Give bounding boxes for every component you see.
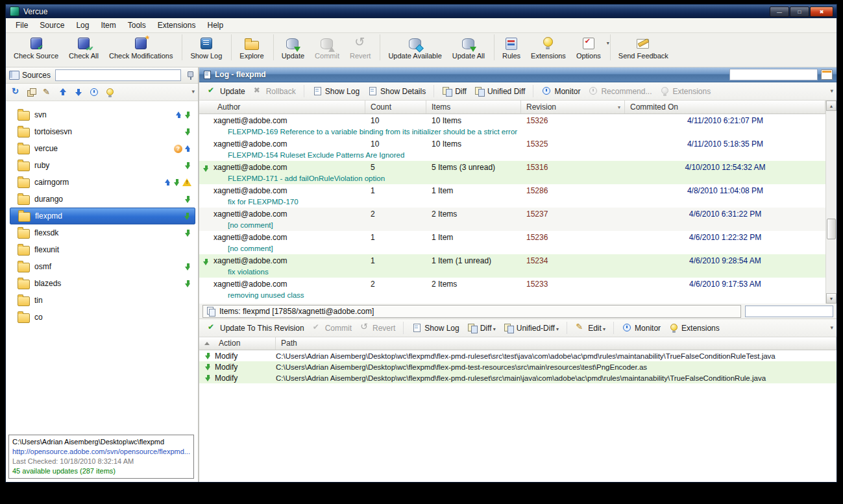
tree-item[interactable]: co — [10, 309, 195, 326]
log-show-log-button[interactable]: Show Log — [308, 85, 363, 97]
folder-icon — [18, 162, 30, 171]
log-show-details-button[interactable]: Show Details — [363, 85, 434, 97]
menu-tools[interactable]: Tools — [122, 19, 152, 32]
item-row[interactable]: Modify C:\Users\Adrian Aisemberg\Desktop… — [199, 372, 837, 383]
minimize-button[interactable]: — — [770, 6, 789, 17]
check-modifications-button[interactable]: Check Modifications — [104, 34, 182, 60]
log-row[interactable]: xagnetti@adobe.com 1 1 Item (1 unread) 1… — [199, 254, 825, 278]
edit-icon[interactable] — [42, 88, 53, 97]
copy-layers-icon[interactable] — [27, 88, 37, 97]
column-header-count[interactable]: Count — [365, 101, 426, 114]
log-recommend-button[interactable]: Recommend... — [584, 85, 655, 97]
column-header-committed-on[interactable]: Commited On — [625, 101, 825, 114]
menu-log[interactable]: Log — [70, 19, 95, 32]
sources-toolbar-chevron-icon[interactable]: ▾ — [191, 88, 195, 95]
update-button[interactable]: Update — [276, 34, 310, 60]
items-monitor-button[interactable]: Monitor — [618, 322, 665, 334]
show-log-button[interactable]: Show Log — [185, 34, 232, 60]
tree-item[interactable]: vercue ? — [10, 140, 195, 157]
tree-item[interactable]: ruby — [10, 157, 195, 174]
log-view-icon[interactable] — [821, 69, 833, 80]
update-to-this-revision-button[interactable]: Update To This Revision — [203, 322, 308, 334]
extensions-bulb-icon[interactable] — [104, 88, 115, 97]
items-edit-button[interactable]: Edit — [571, 322, 614, 334]
menu-source[interactable]: Source — [34, 19, 70, 32]
item-row[interactable]: Modify C:\Users\Adrian Aisemberg\Desktop… — [199, 350, 837, 361]
items-show-log-button[interactable]: Show Log — [408, 322, 463, 334]
explore-button[interactable]: Explore — [234, 34, 273, 60]
log-toolbar-chevron-icon[interactable]: ▾ — [830, 88, 833, 94]
update-available-button[interactable]: Update Available — [383, 34, 446, 60]
tree-item[interactable]: flexunit — [10, 241, 195, 258]
scroll-up-button[interactable]: ▲ — [826, 101, 837, 111]
pin-icon[interactable] — [186, 71, 195, 80]
log-search-input[interactable] — [729, 69, 818, 80]
item-path: C:\Users\Adrian Aisemberg\Desktop\wc\fle… — [276, 363, 837, 371]
log-row[interactable]: xagnetti@adobe.com 1 1 Item 15286 4/8/20… — [199, 184, 825, 208]
log-row[interactable]: xagnetti@adobe.com 2 2 Items 15233 4/6/2… — [199, 278, 825, 301]
item-path: C:\Users\Adrian Aisemberg\Desktop\wc\fle… — [276, 352, 837, 360]
log-row[interactable]: xagnetti@adobe.com 1 1 Item 15236 4/6/20… — [199, 231, 825, 254]
move-down-icon[interactable] — [73, 88, 84, 97]
tree-item[interactable]: tin — [10, 292, 195, 309]
log-rollback-button[interactable]: Rollback — [249, 85, 304, 97]
close-button[interactable]: ✖ — [810, 6, 833, 17]
log-row[interactable]: xagnetti@adobe.com 10 10 Items 15325 4/1… — [199, 138, 825, 161]
column-header-path[interactable]: Path — [276, 337, 837, 350]
log-scrollbar[interactable]: ▲ ▼ — [825, 101, 837, 304]
column-header-action[interactable]: Action — [199, 337, 276, 350]
log-extensions-button[interactable]: Extensions — [655, 85, 715, 97]
log-row[interactable]: xagnetti@adobe.com 10 10 Items 15326 4/1… — [199, 114, 825, 138]
tree-item[interactable]: cairngorm ! — [10, 174, 195, 191]
items-unified-diff-button[interactable]: Unified-Diff — [500, 322, 567, 334]
column-header-revision[interactable]: Revision▾ — [521, 101, 625, 114]
log-diff-button[interactable]: Diff — [438, 85, 470, 97]
tree-item-label: osmf — [34, 262, 51, 271]
log-row[interactable]: xagnetti@adobe.com 5 5 Items (3 unread) … — [199, 161, 825, 184]
menu-help[interactable]: Help — [201, 19, 229, 32]
tree-item[interactable]: osmf — [10, 258, 195, 275]
tree-item[interactable]: tortoisesvn — [10, 123, 195, 140]
items-extensions-button[interactable]: Extensions — [665, 322, 724, 334]
items-revert-button[interactable]: Revert — [356, 322, 404, 334]
scroll-thumb[interactable] — [827, 219, 836, 239]
check-source-button[interactable]: Check Source — [8, 34, 64, 60]
down-arrow-badge-icon — [184, 111, 191, 119]
scroll-down-button[interactable]: ▼ — [826, 293, 837, 304]
rules-button[interactable]: Rules — [497, 34, 526, 60]
commit-button[interactable]: Commit — [310, 34, 345, 60]
items-search-input[interactable] — [745, 306, 833, 317]
repository-url[interactable]: http://opensource.adobe.com/svn/opensour… — [12, 447, 190, 457]
refresh-icon[interactable] — [11, 88, 21, 97]
log-unified-diff-button[interactable]: Unified Diff — [470, 85, 533, 97]
maximize-button[interactable]: □ — [790, 6, 809, 17]
update-all-button[interactable]: Update All — [447, 34, 495, 60]
send-feedback-button[interactable]: Send Feedback — [613, 34, 674, 60]
items-toolbar-chevron-icon[interactable]: ▾ — [830, 324, 833, 331]
menu-item[interactable]: Item — [95, 19, 121, 32]
tree-item[interactable]: durango — [10, 191, 195, 208]
sources-search-input[interactable] — [55, 69, 181, 81]
revert-button[interactable]: Revert — [345, 34, 380, 60]
tree-item[interactable]: blazeds — [10, 275, 195, 292]
items-diff-button[interactable]: Diff — [463, 322, 500, 334]
options-button[interactable]: Options — [571, 34, 611, 60]
items-commit-button[interactable]: Commit — [308, 322, 356, 334]
extensions-button[interactable]: Extensions — [526, 34, 571, 60]
tree-item[interactable]: flexp​md — [10, 208, 195, 224]
recommend-icon — [588, 86, 598, 96]
menu-extensions[interactable]: Extensions — [152, 19, 202, 32]
log-update-button[interactable]: Update — [203, 85, 249, 97]
menu-file[interactable]: File — [10, 19, 34, 32]
history-icon[interactable] — [89, 88, 99, 97]
column-header-author[interactable]: Author — [199, 101, 365, 114]
tree-item[interactable]: flexsdk — [10, 224, 195, 241]
log-row[interactable]: xagnetti@adobe.com 2 2 Items 15237 4/6/2… — [199, 208, 825, 231]
log-monitor-button[interactable]: Monitor — [537, 85, 584, 97]
modify-arrow-icon — [204, 352, 212, 360]
item-row[interactable]: Modify C:\Users\Adrian Aisemberg\Desktop… — [199, 361, 837, 372]
move-up-icon[interactable] — [58, 88, 68, 97]
check-all-button[interactable]: Check All — [64, 34, 104, 60]
tree-item[interactable]: svn — [10, 106, 195, 123]
column-header-items[interactable]: Items — [426, 101, 521, 114]
